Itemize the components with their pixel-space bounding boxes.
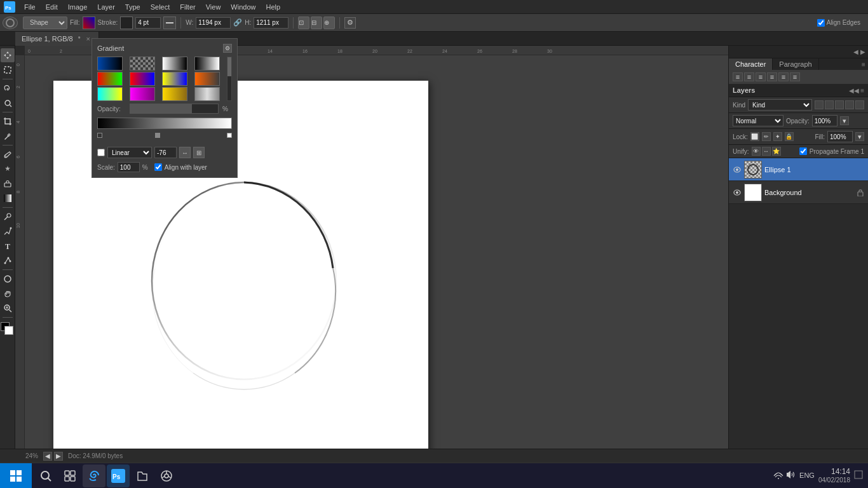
menu-help[interactable]: Help: [261, 0, 285, 14]
taskbar-edge-btn[interactable]: [83, 464, 105, 487]
shape-tool[interactable]: [1, 272, 15, 286]
kind-select[interactable]: Kind: [748, 99, 812, 111]
history-right-btn[interactable]: ▶: [54, 452, 63, 461]
align-center-btn[interactable]: ≡: [744, 72, 754, 81]
align-right-btn[interactable]: ≡: [756, 72, 766, 81]
gradient-bar[interactable]: [97, 118, 232, 129]
fill-arrow[interactable]: ▾: [855, 132, 864, 141]
opacity-slider[interactable]: [130, 104, 219, 114]
lock-image-btn[interactable]: ✏: [762, 132, 771, 141]
network-icon[interactable]: [773, 470, 783, 481]
width-input[interactable]: [196, 17, 231, 29]
gradient-preset-10[interactable]: [130, 87, 155, 101]
move-tool[interactable]: [1, 48, 15, 62]
gradient-type-checkbox[interactable]: [97, 149, 105, 156]
arrange-btn[interactable]: ⊟: [311, 17, 322, 29]
tool-preset-picker[interactable]: [3, 17, 18, 29]
notifications-btn[interactable]: [854, 470, 863, 480]
gradient-stop-black[interactable]: [97, 133, 102, 138]
opacity-input[interactable]: [812, 115, 837, 126]
stroke-type-btn[interactable]: [163, 17, 176, 29]
gradient-preset-11[interactable]: [162, 87, 187, 101]
taskbar-chrome-btn[interactable]: [155, 464, 178, 487]
layers-menu-btn[interactable]: ≡: [860, 87, 864, 94]
eraser-tool[interactable]: [1, 177, 15, 191]
stamp-tool[interactable]: [1, 162, 15, 176]
propagate-checkbox[interactable]: [799, 147, 807, 155]
pen-tool[interactable]: [1, 224, 15, 238]
tab-paragraph[interactable]: Paragraph: [773, 58, 818, 70]
stroke-width-input[interactable]: [135, 17, 161, 29]
brush-tool[interactable]: [1, 147, 15, 161]
gradient-stop-white[interactable]: [227, 133, 232, 138]
path-ops-btn[interactable]: ⊕: [323, 17, 335, 29]
stroke-swatch[interactable]: [120, 17, 133, 29]
align-edges-checkbox[interactable]: [817, 19, 825, 27]
layer-visibility-btn-ellipse1[interactable]: [733, 165, 742, 174]
lock-all-btn[interactable]: 🔒: [785, 132, 794, 141]
menu-file[interactable]: File: [19, 0, 41, 14]
gear-btn[interactable]: ⚙: [344, 17, 356, 29]
crop-tool[interactable]: [1, 114, 15, 128]
filter-pixel-btn[interactable]: [815, 100, 824, 109]
taskbar-taskview-btn[interactable]: [58, 464, 81, 487]
opacity-arrow[interactable]: ▾: [840, 116, 849, 125]
fill-input[interactable]: [827, 131, 853, 142]
align-left-btn[interactable]: ≡: [733, 72, 743, 81]
gradient-preset-4[interactable]: [194, 57, 220, 71]
blend-mode-select[interactable]: Normal Multiply Screen: [733, 115, 783, 126]
gradient-preset-12[interactable]: [194, 87, 220, 101]
taskbar-search-btn[interactable]: [34, 464, 57, 487]
gradient-tool[interactable]: [1, 191, 15, 205]
menu-layer[interactable]: Layer: [92, 0, 120, 14]
zoom-tool[interactable]: [1, 301, 15, 315]
start-button[interactable]: [0, 463, 32, 489]
align-layer-checkbox[interactable]: [154, 163, 162, 171]
eyedropper-tool[interactable]: [1, 129, 15, 143]
menu-image[interactable]: Image: [63, 0, 93, 14]
gradient-dither-btn[interactable]: ⊞: [193, 147, 205, 158]
menu-view[interactable]: View: [201, 0, 226, 14]
gradient-angle-input[interactable]: [154, 147, 177, 158]
layer-visibility-btn-background[interactable]: [733, 188, 742, 197]
height-input[interactable]: [254, 17, 288, 29]
layer-item-background[interactable]: Background: [729, 181, 868, 204]
unify-style-btn[interactable]: ⭐: [772, 147, 781, 156]
scale-input[interactable]: [118, 162, 140, 172]
gradient-type-select[interactable]: Linear Radial Angle Reflected Diamond: [107, 147, 152, 158]
gradient-preset-6[interactable]: [130, 72, 155, 86]
history-left-btn[interactable]: ◀: [43, 452, 52, 461]
gradient-settings-btn[interactable]: ⚙: [223, 44, 232, 53]
unify-position-btn[interactable]: ↔: [762, 147, 771, 156]
gradient-preset-1[interactable]: [97, 57, 123, 71]
panel-collapse-btn[interactable]: ◀: [853, 48, 858, 55]
fill-swatch[interactable]: [83, 17, 95, 29]
menu-window[interactable]: Window: [226, 0, 261, 14]
align-justify3-btn[interactable]: ≡: [790, 72, 800, 81]
link-dimensions-btn[interactable]: 🔗: [233, 18, 242, 27]
menu-edit[interactable]: Edit: [41, 0, 63, 14]
tab-character[interactable]: Character: [729, 58, 773, 70]
paragraph-panel-menu[interactable]: ≡: [859, 58, 868, 70]
lock-position-btn[interactable]: ✦: [773, 132, 782, 141]
gradient-preset-7[interactable]: [162, 72, 187, 86]
gradient-preset-8[interactable]: [194, 72, 220, 86]
taskbar-photoshop-btn[interactable]: Ps: [107, 464, 130, 487]
unify-visible-btn[interactable]: 👁: [752, 147, 761, 156]
type-tool[interactable]: T: [1, 239, 15, 253]
menu-type[interactable]: Type: [120, 0, 146, 14]
gradient-reverse-btn[interactable]: ↔: [179, 147, 191, 158]
gradient-stop-mid[interactable]: [155, 133, 160, 138]
path-select-tool[interactable]: [1, 254, 15, 268]
gradient-scroll-thumb[interactable]: [227, 57, 231, 76]
lasso-tool[interactable]: [1, 81, 15, 95]
gradient-preset-2[interactable]: [130, 57, 155, 71]
marquee-tool[interactable]: [1, 63, 15, 77]
gradient-preset-3[interactable]: [162, 57, 187, 71]
menu-filter[interactable]: Filter: [175, 0, 200, 14]
align-justify-btn[interactable]: ≡: [767, 72, 777, 81]
filter-type-btn[interactable]: [835, 100, 844, 109]
taskbar-files-btn[interactable]: [131, 464, 154, 487]
align-btn[interactable]: ⊡: [298, 17, 309, 29]
gradient-scrollbar[interactable]: [227, 57, 232, 101]
